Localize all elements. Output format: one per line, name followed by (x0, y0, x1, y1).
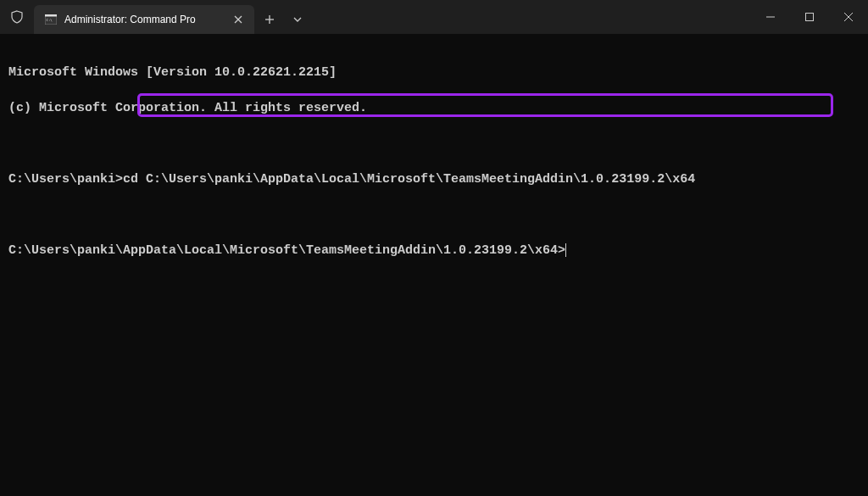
cursor (565, 243, 566, 257)
terminal-line-version: Microsoft Windows [Version 10.0.22621.22… (8, 64, 860, 81)
svg-text:C:\: C:\ (47, 18, 53, 22)
terminal-output[interactable]: Microsoft Windows [Version 10.0.22621.22… (0, 34, 868, 289)
terminal-line-copyright: (c) Microsoft Corporation. All rights re… (8, 99, 860, 117)
blank-line (8, 135, 860, 153)
svg-rect-8 (806, 14, 814, 21)
window-controls (751, 0, 868, 34)
tabs-dropdown-button[interactable] (285, 5, 310, 34)
terminal-prompt-1: C:\Users\panki>cd C:\Users\panki\AppData… (8, 170, 860, 188)
titlebar: C:\ Administrator: Command Pro (0, 0, 868, 34)
close-button[interactable] (829, 0, 868, 34)
prompt-current: C:\Users\panki\AppData\Local\Microsoft\T… (8, 243, 565, 258)
tab-active[interactable]: C:\ Administrator: Command Pro (34, 5, 254, 34)
prompt-command: cd C:\Users\panki\AppData\Local\Microsof… (123, 172, 695, 187)
svg-rect-1 (45, 14, 57, 17)
shield-icon (0, 0, 34, 34)
titlebar-left: C:\ Administrator: Command Pro (0, 0, 310, 34)
cmd-icon: C:\ (44, 13, 58, 26)
blank-line (8, 206, 860, 224)
new-tab-button[interactable] (254, 5, 285, 34)
tab-title: Administrator: Command Pro (64, 14, 224, 25)
prompt-prefix: C:\Users\panki> (8, 172, 123, 187)
tab-close-button[interactable] (231, 12, 246, 27)
maximize-button[interactable] (790, 0, 829, 34)
terminal-prompt-2: C:\Users\panki\AppData\Local\Microsoft\T… (8, 242, 860, 259)
minimize-button[interactable] (751, 0, 790, 34)
